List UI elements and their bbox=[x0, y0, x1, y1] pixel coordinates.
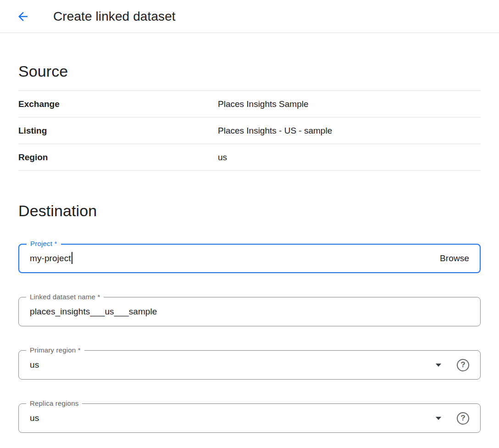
replica-regions-field[interactable]: Replica regions us ? bbox=[18, 403, 481, 433]
linked-dataset-name-input[interactable]: places_insights___us___sample bbox=[30, 307, 157, 317]
table-row-exchange: Exchange Places Insights Sample bbox=[18, 91, 481, 118]
caret-down-icon[interactable] bbox=[436, 417, 441, 420]
linked-dataset-name-field[interactable]: Linked dataset name * places_insights___… bbox=[18, 297, 481, 326]
browse-button[interactable]: Browse bbox=[440, 253, 469, 263]
page-title: Create linked dataset bbox=[53, 9, 176, 24]
project-field[interactable]: Project * my-project Browse bbox=[18, 244, 481, 273]
source-info-table: Exchange Places Insights Sample Listing … bbox=[18, 90, 481, 171]
back-button[interactable] bbox=[13, 6, 33, 27]
primary-region-field[interactable]: Primary region * us ? bbox=[18, 350, 481, 380]
listing-label: Listing bbox=[18, 126, 218, 136]
region-label: Region bbox=[18, 152, 218, 162]
replica-regions-label: Replica regions bbox=[26, 399, 82, 407]
arrow-back-icon bbox=[16, 10, 30, 23]
main-content: Source Exchange Places Insights Sample L… bbox=[0, 62, 499, 433]
listing-value: Places Insights - US - sample bbox=[218, 126, 332, 136]
help-icon[interactable]: ? bbox=[457, 359, 469, 371]
region-value: us bbox=[218, 152, 227, 162]
destination-section-heading: Destination bbox=[18, 202, 481, 220]
text-cursor bbox=[72, 252, 72, 264]
source-section-heading: Source bbox=[18, 62, 481, 80]
exchange-value: Places Insights Sample bbox=[218, 99, 309, 109]
replica-regions-selected-value: us bbox=[30, 413, 39, 423]
primary-region-label: Primary region * bbox=[26, 346, 84, 354]
table-row-listing: Listing Places Insights - US - sample bbox=[18, 118, 481, 144]
help-icon[interactable]: ? bbox=[457, 412, 469, 425]
exchange-label: Exchange bbox=[18, 99, 218, 109]
primary-region-selected-value: us bbox=[30, 360, 39, 370]
caret-down-icon[interactable] bbox=[436, 364, 441, 367]
page-header: Create linked dataset bbox=[0, 0, 499, 33]
project-field-label: Project * bbox=[27, 240, 61, 247]
project-input[interactable]: my-project bbox=[30, 253, 71, 263]
linked-dataset-name-label: Linked dataset name * bbox=[26, 293, 104, 301]
table-row-region: Region us bbox=[18, 144, 481, 171]
